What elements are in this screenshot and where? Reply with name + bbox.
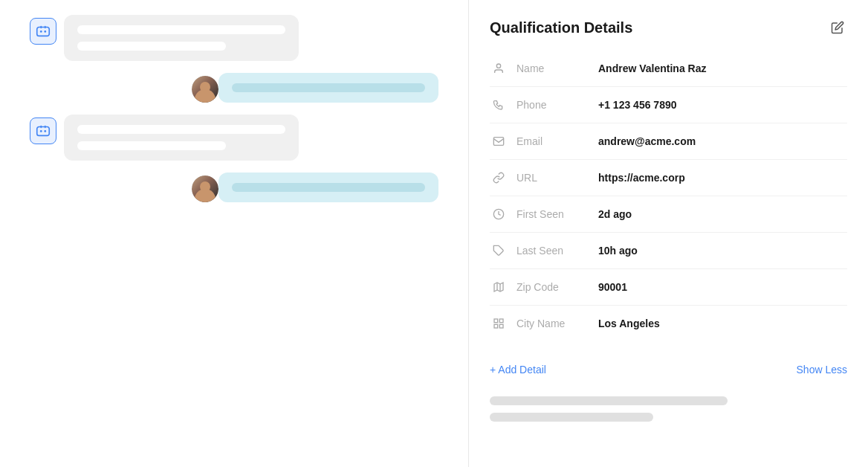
tag-icon	[490, 242, 508, 260]
footer-skeleton-medium	[490, 413, 653, 422]
bot-bubble-2	[64, 115, 299, 161]
svg-point-1	[40, 30, 42, 33]
svg-point-2	[44, 30, 46, 33]
svg-rect-3	[37, 127, 50, 136]
edit-button[interactable]	[828, 18, 847, 37]
svg-point-5	[44, 130, 46, 132]
show-less-button[interactable]: Show Less	[797, 358, 847, 381]
phone-label: Phone	[516, 99, 598, 111]
detail-row-zip-code: Zip Code 90001	[490, 271, 847, 303]
email-value: andrew@acme.com	[598, 135, 696, 147]
detail-row-last-seen: Last Seen 10h ago	[490, 234, 847, 267]
email-label: Email	[516, 135, 598, 147]
svg-rect-14	[499, 319, 503, 323]
bot-bubble-1	[64, 15, 299, 61]
detail-row-email: Email andrew@acme.com	[490, 125, 847, 158]
svg-rect-15	[494, 324, 498, 328]
first-seen-label: First Seen	[516, 208, 598, 220]
last-seen-value: 10h ago	[598, 245, 638, 257]
skeleton-line	[232, 83, 425, 92]
city-name-value: Los Angeles	[598, 318, 660, 329]
skeleton-line	[77, 125, 285, 134]
city-name-label: City Name	[516, 318, 598, 329]
skeleton-line	[232, 183, 425, 192]
skeleton-line	[77, 25, 285, 34]
phone-icon	[490, 96, 508, 114]
clock-icon	[490, 205, 508, 223]
user-bubble-1	[218, 73, 438, 103]
user-message-2	[30, 173, 438, 202]
svg-point-6	[496, 64, 500, 68]
zip-code-value: 90001	[598, 281, 627, 293]
svg-point-4	[40, 130, 42, 132]
url-label: URL	[516, 172, 598, 184]
skeleton-line	[77, 141, 226, 150]
add-detail-button[interactable]: + Add Detail	[490, 358, 546, 381]
svg-rect-0	[37, 28, 50, 36]
grid-icon	[490, 315, 508, 332]
detail-row-url: URL https://acme.corp	[490, 161, 847, 194]
details-title: Qualification Details	[490, 19, 632, 36]
footer-skeleton-long	[490, 396, 728, 405]
detail-row-city-name: City Name Los Angeles	[490, 307, 847, 340]
zip-code-label: Zip Code	[516, 281, 598, 293]
user-avatar-image	[192, 76, 218, 103]
first-seen-value: 2d ago	[598, 208, 632, 220]
map-icon	[490, 278, 508, 296]
detail-row-phone: Phone +1 123 456 7890	[490, 88, 847, 121]
phone-value: +1 123 456 7890	[598, 99, 677, 111]
details-footer	[490, 396, 847, 422]
svg-rect-13	[494, 319, 498, 323]
chat-panel	[0, 0, 468, 467]
user-bubble-2	[218, 173, 438, 202]
svg-rect-16	[499, 324, 503, 328]
detail-row-name: Name Andrew Valentina Raz	[490, 52, 847, 85]
bot-message-2	[30, 115, 438, 161]
last-seen-label: Last Seen	[516, 245, 598, 257]
name-label: Name	[516, 62, 598, 74]
details-header: Qualification Details	[490, 18, 847, 37]
person-icon	[490, 59, 508, 77]
bot-message-1	[30, 15, 438, 61]
svg-marker-10	[494, 283, 503, 292]
details-actions: + Add Detail Show Less	[490, 352, 847, 381]
email-icon	[490, 132, 508, 150]
bot-avatar-1	[30, 18, 56, 45]
bot-avatar-2	[30, 117, 56, 144]
user-avatar-1	[192, 76, 218, 103]
user-message-1	[30, 73, 438, 103]
svg-rect-7	[493, 138, 503, 146]
detail-row-first-seen: First Seen 2d ago	[490, 198, 847, 231]
link-icon	[490, 169, 508, 187]
skeleton-line	[77, 42, 226, 51]
name-value: Andrew Valentina Raz	[598, 62, 706, 74]
url-value: https://acme.corp	[598, 172, 685, 184]
user-avatar-2	[192, 175, 218, 202]
user-avatar-image	[192, 175, 218, 202]
qualification-details-panel: Qualification Details Name Andrew Valent…	[468, 0, 868, 467]
